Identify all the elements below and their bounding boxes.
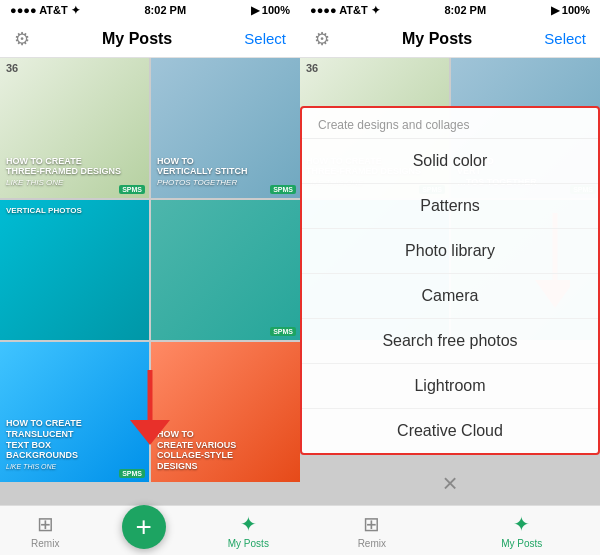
menu-item-lightroom[interactable]: Lightroom xyxy=(302,364,598,409)
gear-icon-right[interactable]: ⚙ xyxy=(314,28,330,50)
select-button-left[interactable]: Select xyxy=(244,30,286,47)
fab-add-button[interactable]: + xyxy=(122,505,166,549)
battery-icons-left: ▶ 100% xyxy=(251,4,290,17)
menu-close-button[interactable]: × xyxy=(428,461,472,505)
status-bar-left: ●●●● AT&T ✦ 8:02 PM ▶ 100% xyxy=(0,0,300,20)
post-item[interactable]: How to createTRANSLUCENTTEXT BOXBACKGROU… xyxy=(0,342,149,482)
post-logo: SPMS xyxy=(270,185,296,194)
nav-bar-right: ⚙ My Posts Select xyxy=(300,20,600,58)
signal-icons: ●●●● AT&T ✦ xyxy=(10,4,80,17)
carrier-text: ●●●● AT&T ✦ xyxy=(10,4,80,17)
menu-item-solid-color[interactable]: Solid color xyxy=(302,139,598,184)
battery-icons-right: ▶ 100% xyxy=(551,4,590,17)
tab-remix-right[interactable]: ⊞ Remix xyxy=(358,512,386,549)
post-text: How to createTHREE-FRAMED DESIGNSlike th… xyxy=(6,156,143,188)
tab-my-posts-right[interactable]: ✦ My Posts xyxy=(501,512,542,549)
post-item[interactable]: How ToCreate VariousCOLLAGE-STYLEDESIGNS xyxy=(151,342,300,482)
fab-icon: + xyxy=(135,511,151,543)
menu-item-camera[interactable]: Camera xyxy=(302,274,598,319)
status-bar-right: ●●●● AT&T ✦ 8:02 PM ▶ 100% xyxy=(300,0,600,20)
tab-bar-right: ⊞ Remix × ✦ My Posts xyxy=(300,505,600,555)
menu-item-search-free-photos[interactable]: Search free photos xyxy=(302,319,598,364)
tab-my-posts-label: My Posts xyxy=(228,538,269,549)
menu-item-photo-library[interactable]: Photo library xyxy=(302,229,598,274)
menu-header: Create designs and collages xyxy=(302,108,598,139)
post-item[interactable]: VERTICAL PHOTOS xyxy=(0,200,149,340)
post-number: 36 xyxy=(6,62,18,74)
my-posts-icon: ✦ xyxy=(240,512,257,536)
post-logo: SPMS xyxy=(119,469,145,478)
select-button-right[interactable]: Select xyxy=(544,30,586,47)
right-panel: ●●●● AT&T ✦ 8:02 PM ▶ 100% ⚙ My Posts Se… xyxy=(300,0,600,555)
tab-my-posts[interactable]: ✦ My Posts xyxy=(228,512,269,549)
post-text: How to createTRANSLUCENTTEXT BOXBACKGROU… xyxy=(6,418,143,472)
tab-my-posts-label-right: My Posts xyxy=(501,538,542,549)
post-text: VERTICAL PHOTOS xyxy=(6,206,143,216)
page-title-left: My Posts xyxy=(102,30,172,48)
clock-left: 8:02 PM xyxy=(145,4,187,16)
posts-grid-left: 36 How to createTHREE-FRAMED DESIGNSlike… xyxy=(0,58,300,505)
post-item[interactable]: 36 How to createTHREE-FRAMED DESIGNSlike… xyxy=(0,58,149,198)
nav-bar-left: ⚙ My Posts Select xyxy=(0,20,300,58)
remix-icon: ⊞ xyxy=(37,512,54,536)
left-panel: ●●●● AT&T ✦ 8:02 PM ▶ 100% ⚙ My Posts Se… xyxy=(0,0,300,555)
tab-remix[interactable]: ⊞ Remix xyxy=(31,512,59,549)
tab-remix-label-right: Remix xyxy=(358,538,386,549)
post-logo: SPMS xyxy=(119,185,145,194)
gear-icon[interactable]: ⚙ xyxy=(14,28,30,50)
context-menu: Create designs and collages Solid color … xyxy=(300,106,600,455)
remix-icon-right: ⊞ xyxy=(363,512,380,536)
post-item[interactable]: How toVERTICALLY STITCHphotos together S… xyxy=(151,58,300,198)
post-logo: SPMS xyxy=(270,327,296,336)
signal-icons-right: ●●●● AT&T ✦ xyxy=(310,4,380,17)
tab-remix-label: Remix xyxy=(31,538,59,549)
carrier-text-right: ●●●● AT&T ✦ xyxy=(310,4,380,17)
my-posts-icon-right: ✦ xyxy=(513,512,530,536)
close-icon: × xyxy=(442,468,457,499)
tab-bar-left: ⊞ Remix + ✦ My Posts xyxy=(0,505,300,555)
clock-right: 8:02 PM xyxy=(445,4,487,16)
posts-grid-right: 36 How to createTHREE-FRAMED DESIGNSlike… xyxy=(300,58,600,505)
menu-item-creative-cloud[interactable]: Creative Cloud xyxy=(302,409,598,453)
post-item[interactable]: SPMS xyxy=(151,200,300,340)
page-title-right: My Posts xyxy=(402,30,472,48)
post-text: How toVERTICALLY STITCHphotos together xyxy=(157,156,294,188)
menu-item-patterns[interactable]: Patterns xyxy=(302,184,598,229)
post-text: How ToCreate VariousCOLLAGE-STYLEDESIGNS xyxy=(157,429,294,472)
post-number-r: 36 xyxy=(306,62,318,74)
